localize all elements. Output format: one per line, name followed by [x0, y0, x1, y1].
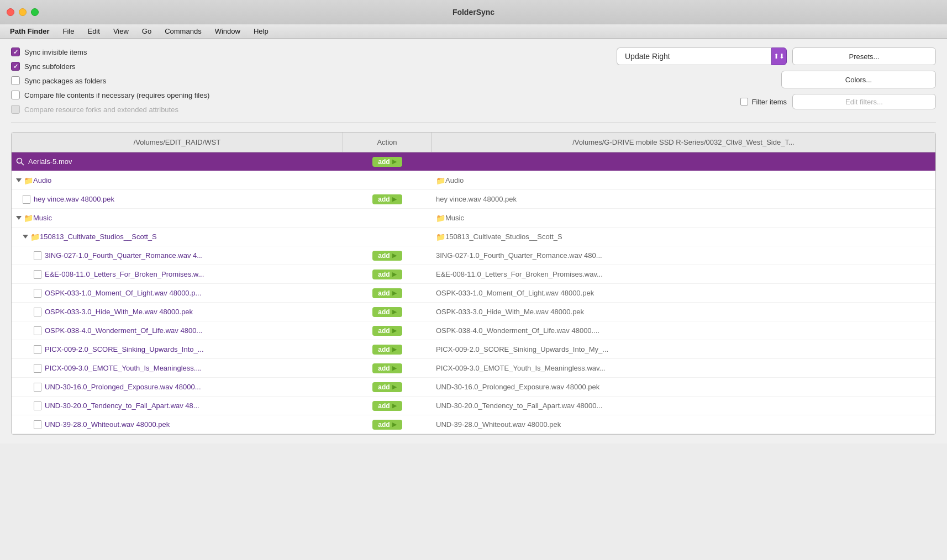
- folder-icon-right: 📁: [436, 214, 445, 223]
- traffic-lights: [7, 8, 39, 16]
- menu-help[interactable]: Help: [248, 26, 274, 36]
- mode-dropdown[interactable]: Update Right: [617, 47, 771, 65]
- menu-view[interactable]: View: [108, 26, 134, 36]
- menu-commands[interactable]: Commands: [159, 26, 207, 36]
- mode-label: Update Right: [625, 52, 670, 61]
- table-row[interactable]: hey vince.wav 48000.pek add hey vince.wa…: [12, 190, 935, 209]
- menu-go[interactable]: Go: [136, 26, 157, 36]
- file-name-left: Aerials-5.mov: [28, 157, 72, 166]
- add-badge: add: [372, 194, 402, 204]
- compare-resource-label: Compare resource forks and extended attr…: [24, 105, 178, 114]
- file-cell-right: hey vince.wav 48000.pek: [432, 190, 935, 208]
- file-name-left: hey vince.wav 48000.pek: [34, 195, 114, 203]
- expand-icon: [16, 178, 22, 182]
- action-cell: add: [343, 415, 432, 434]
- file-cell-right: 📁 150813_Cultivate_Studios__Scott_S: [432, 228, 935, 246]
- folder-icon-right: 📁: [436, 233, 445, 241]
- edit-filters-button[interactable]: Edit filters...: [792, 94, 936, 109]
- action-cell: add: [343, 246, 432, 265]
- file-cell-right: PICX-009-2.0_SCORE_Sinking_Upwards_Into_…: [432, 340, 935, 358]
- action-cell: [343, 228, 432, 246]
- file-list-section: /Volumes/EDIT_RAID/WST Action /Volumes/G…: [11, 132, 936, 435]
- file-cell-left: hey vince.wav 48000.pek: [12, 190, 343, 208]
- action-cell: add: [343, 303, 432, 321]
- table-row[interactable]: PICX-009-2.0_SCORE_Sinking_Upwards_Into_…: [12, 340, 935, 359]
- table-row[interactable]: 📁 150813_Cultivate_Studios__Scott_S 📁 15…: [12, 228, 935, 246]
- add-badge: add: [372, 345, 402, 355]
- menu-edit[interactable]: Edit: [82, 26, 105, 36]
- table-row[interactable]: UND-39-28.0_Whiteout.wav 48000.pek add U…: [12, 415, 935, 434]
- file-name-left: OSPK-033-1.0_Moment_Of_Light.wav 48000.p…: [45, 289, 201, 297]
- window-title: FolderSync: [453, 8, 494, 17]
- doc-icon: [23, 195, 30, 204]
- doc-icon: [34, 289, 41, 298]
- file-name-left: 150813_Cultivate_Studios__Scott_S: [40, 233, 157, 241]
- search-icon: [16, 157, 25, 166]
- table-row[interactable]: Aerials-5.mov add: [12, 152, 935, 171]
- file-list-header: /Volumes/EDIT_RAID/WST Action /Volumes/G…: [12, 133, 935, 152]
- filter-items-checkbox[interactable]: [740, 98, 748, 105]
- table-row[interactable]: 📁 Music 📁 Music: [12, 209, 935, 228]
- header-action: Action: [343, 133, 432, 152]
- menu-pathfinder[interactable]: Path Finder: [4, 26, 55, 36]
- action-cell: add: [343, 321, 432, 340]
- folder-icon: 📁: [24, 176, 33, 185]
- table-row[interactable]: 📁 Audio 📁 Audio: [12, 171, 935, 190]
- titlebar: FolderSync: [0, 0, 947, 24]
- compare-contents-checkbox[interactable]: [11, 91, 20, 99]
- sync-packages-row: Sync packages as folders: [11, 76, 209, 85]
- table-row[interactable]: OSPK-038-4.0_Wonderment_Of_Life.wav 4800…: [12, 321, 935, 340]
- file-cell-right: UND-30-16.0_Prolonged_Exposure.wav 48000…: [432, 378, 935, 396]
- action-cell: add: [343, 340, 432, 358]
- table-row[interactable]: PICX-009-3.0_EMOTE_Youth_Is_Meaningless.…: [12, 359, 935, 378]
- file-cell-left: UND-30-16.0_Prolonged_Exposure.wav 48000…: [12, 378, 343, 396]
- add-badge: add: [372, 270, 402, 279]
- doc-icon: [34, 401, 41, 410]
- dropdown-arrow-icon[interactable]: ⬆⬇: [771, 47, 787, 65]
- file-name-left: UND-39-28.0_Whiteout.wav 48000.pek: [45, 420, 170, 429]
- table-row[interactable]: UND-30-20.0_Tendency_to_Fall_Apart.wav 4…: [12, 397, 935, 415]
- close-button[interactable]: [7, 8, 14, 16]
- main-content: Sync invisible items Sync subfolders Syn…: [0, 39, 947, 443]
- sync-subfolders-checkbox[interactable]: [11, 62, 20, 71]
- sync-invisible-label: Sync invisible items: [24, 48, 87, 56]
- file-cell-right: 📁 Music: [432, 209, 935, 227]
- sync-subfolders-label: Sync subfolders: [24, 62, 76, 71]
- presets-button[interactable]: Presets...: [792, 47, 936, 65]
- menu-window[interactable]: Window: [209, 26, 246, 36]
- file-cell-left: 📁 Audio: [12, 171, 343, 189]
- sync-packages-checkbox[interactable]: [11, 76, 20, 85]
- table-row[interactable]: 3ING-027-1.0_Fourth_Quarter_Romance.wav …: [12, 246, 935, 265]
- file-cell-right: [432, 152, 935, 171]
- menu-file[interactable]: File: [57, 26, 80, 36]
- minimize-button[interactable]: [19, 8, 27, 16]
- table-row[interactable]: OSPK-033-3.0_Hide_With_Me.wav 48000.pek …: [12, 303, 935, 321]
- mode-dropdown-container: Update Right ⬆⬇: [617, 47, 787, 65]
- sync-invisible-checkbox[interactable]: [11, 47, 20, 56]
- file-name-left: Audio: [33, 176, 51, 184]
- table-row[interactable]: OSPK-033-1.0_Moment_Of_Light.wav 48000.p…: [12, 284, 935, 303]
- file-cell-left: PICX-009-3.0_EMOTE_Youth_Is_Meaningless.…: [12, 359, 343, 377]
- file-cell-left: OSPK-033-1.0_Moment_Of_Light.wav 48000.p…: [12, 284, 343, 302]
- add-badge: add: [372, 401, 402, 411]
- colors-button[interactable]: Colors...: [781, 71, 936, 88]
- table-row[interactable]: E&E-008-11.0_Letters_For_Broken_Promises…: [12, 265, 935, 284]
- file-name-left: Music: [33, 214, 52, 222]
- file-cell-right: OSPK-033-1.0_Moment_Of_Light.wav 48000.p…: [432, 284, 935, 302]
- table-row[interactable]: UND-30-16.0_Prolonged_Exposure.wav 48000…: [12, 378, 935, 397]
- maximize-button[interactable]: [31, 8, 39, 16]
- file-name-left: UND-30-20.0_Tendency_to_Fall_Apart.wav 4…: [45, 401, 199, 410]
- add-badge: add: [372, 363, 402, 373]
- checkboxes-column: Sync invisible items Sync subfolders Syn…: [11, 47, 209, 114]
- svg-point-0: [17, 158, 22, 163]
- file-name-left: PICX-009-3.0_EMOTE_Youth_Is_Meaningless.…: [45, 364, 202, 372]
- doc-icon: [34, 383, 41, 392]
- file-cell-left: 3ING-027-1.0_Fourth_Quarter_Romance.wav …: [12, 246, 343, 265]
- file-list-body: Aerials-5.mov add 📁 Audio 📁 Audio: [12, 152, 935, 434]
- file-name-left: OSPK-033-3.0_Hide_With_Me.wav 48000.pek: [45, 308, 193, 316]
- file-name-right: Music: [445, 214, 464, 222]
- add-badge: add: [372, 251, 402, 261]
- header-left: /Volumes/EDIT_RAID/WST: [12, 133, 343, 152]
- doc-icon: [34, 326, 41, 335]
- action-cell: add: [343, 284, 432, 302]
